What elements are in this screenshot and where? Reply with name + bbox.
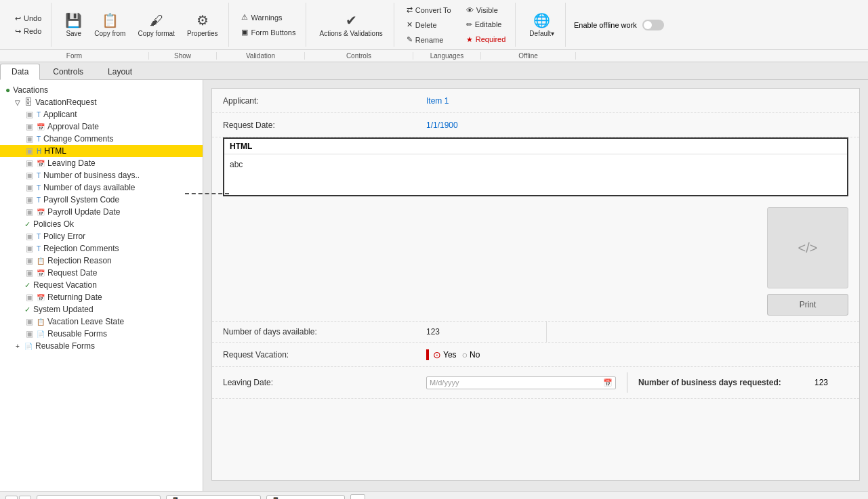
- field-icon-payroll-code: ▣: [24, 195, 34, 204]
- no-radio-dot: ○: [462, 349, 468, 360]
- business-days-label: Number of business days..: [43, 171, 140, 180]
- sidebar-item-rejection-reason[interactable]: ▣ 📋 Rejection Reason: [0, 255, 203, 267]
- field-icon2-reusable: 📄: [37, 330, 45, 338]
- content-area: Applicant: Item 1 Request Date: 1/1/1900…: [203, 80, 868, 491]
- sidebar-item-business-days[interactable]: ▣ T Number of business days..: [0, 169, 203, 181]
- field-icon2-html: H: [37, 148, 41, 155]
- save-button[interactable]: 💾 Save: [60, 9, 87, 40]
- print-button[interactable]: Print: [767, 294, 848, 316]
- sidebar-item-rejection-comments[interactable]: ▣ T Rejection Comments: [0, 242, 203, 255]
- applicant-row: Applicant: Item 1: [212, 89, 859, 113]
- html-preview-area: </> Print: [212, 202, 859, 322]
- business-days-value: 123: [814, 378, 828, 387]
- sidebar-item-applicant[interactable]: ▣ T Applicant: [0, 108, 203, 121]
- field-icon-policy-error: ▣: [24, 232, 34, 241]
- sidebar-item-returning-date[interactable]: ▣ 📅 Returning Date: [0, 291, 203, 303]
- redo-button[interactable]: ↪ Redo: [11, 26, 45, 37]
- offline-toggle[interactable]: [642, 20, 664, 30]
- validation-group-label: Validation: [217, 52, 305, 60]
- no-radio[interactable]: ○ No: [462, 349, 480, 360]
- sidebar-item-leaving-date[interactable]: ▣ 📅 Leaving Date: [0, 157, 203, 169]
- field-icon2-rej-reason: 📋: [37, 257, 45, 265]
- iphone-device-dropdown[interactable]: 📱 iPhone X (Default) * ▾: [166, 495, 260, 499]
- applicant-field-label: Applicant:: [223, 96, 426, 106]
- expand-icon-reusable[interactable]: +: [14, 343, 22, 350]
- sidebar-item-payroll-code[interactable]: ▣ T Payroll System Code: [0, 194, 203, 206]
- editable-button[interactable]: ✏ Editable: [462, 18, 510, 31]
- change-comments-label: Change Comments: [43, 134, 113, 144]
- connector-line: [185, 193, 229, 194]
- field-icon2-req-date: 📅: [37, 269, 45, 277]
- actions-validations-button[interactable]: ✔ Actions & Validations: [314, 9, 388, 40]
- html-section: HTML abc: [223, 137, 848, 196]
- expand-icon[interactable]: ▽: [14, 99, 22, 106]
- tab-layout[interactable]: Layout: [96, 64, 144, 79]
- sidebar-item-html[interactable]: ▣ H HTML: [0, 145, 203, 157]
- sidebar-item-vacation-leave-state[interactable]: ▣ 📋 Vacation Leave State: [0, 316, 203, 328]
- payroll-date-label: Payroll Update Date: [47, 207, 120, 217]
- sidebar-vacation-request[interactable]: ▽ 🗄 VacationRequest: [0, 96, 203, 108]
- nav-next-button[interactable]: ▶: [19, 496, 31, 500]
- warnings-button[interactable]: ⚠ Warnings: [237, 11, 299, 24]
- sidebar-item-request-date[interactable]: ▣ 📅 Request Date: [0, 267, 203, 279]
- copy-format-icon: 🖌: [150, 13, 163, 28]
- sidebar-item-request-vacation[interactable]: ✓ Request Vacation: [0, 279, 203, 291]
- leaving-date-cell: Leaving Date: M/d/yyyy 📅: [212, 376, 627, 389]
- delete-label: Delete: [415, 21, 437, 29]
- html-right-col: </> Print: [767, 207, 848, 316]
- sidebar-item-change-comments[interactable]: ▣ T Change Comments: [0, 133, 203, 145]
- copy-from-icon: 📋: [102, 12, 119, 28]
- default-button[interactable]: 🌐 Default▾: [524, 9, 560, 40]
- sidebar-item-system-updated[interactable]: ✓ System Updated: [0, 303, 203, 316]
- form-buttons-button[interactable]: ▣ Form Buttons: [237, 26, 299, 39]
- add-device-button[interactable]: +: [350, 494, 365, 500]
- desktop-device-dropdown[interactable]: 🖥 Desktop 1280x800 (Default) * ▾: [37, 495, 161, 499]
- applicant-label: Applicant: [43, 110, 77, 119]
- field-icon2-leaving: 📅: [37, 160, 45, 167]
- rejection-comments-label: Rejection Comments: [43, 244, 119, 253]
- request-date-row: Request Date: 1/1/1900: [212, 113, 859, 137]
- properties-button[interactable]: ⚙ Properties: [182, 9, 224, 40]
- yes-radio[interactable]: ⊙ Yes: [433, 349, 457, 360]
- delete-button[interactable]: ✕ Delete: [402, 18, 455, 31]
- tab-controls[interactable]: Controls: [41, 64, 95, 79]
- convert-to-button[interactable]: ⇄ Convert To: [402, 3, 455, 16]
- sidebar-item-policies-ok[interactable]: ✓ Policies Ok: [0, 218, 203, 230]
- sidebar-item-days-available[interactable]: ▣ T Number of days available: [0, 181, 203, 194]
- sidebar-item-reusable-forms-root[interactable]: + 📄 Reusable Forms: [0, 340, 203, 352]
- field-icon2-rej-comments: T: [37, 245, 41, 253]
- no-label: No: [470, 350, 480, 360]
- save-icon: 💾: [65, 12, 82, 28]
- system-updated-label: System Updated: [33, 305, 94, 314]
- required-button[interactable]: ★ Required: [462, 33, 510, 46]
- sidebar-root[interactable]: ● Vacations: [0, 84, 203, 96]
- nav-prev-button[interactable]: ◀: [5, 496, 18, 500]
- copy-from-button[interactable]: 📋 Copy from: [89, 9, 131, 40]
- sidebar-item-policy-error[interactable]: ▣ T Policy Error: [0, 230, 203, 242]
- field-icon-business: ▣: [24, 171, 34, 180]
- copy-format-button[interactable]: 🖌 Copy format: [132, 10, 180, 40]
- policies-ok-label: Policies Ok: [33, 219, 74, 229]
- toolbar: ↩ Undo ↪ Redo 💾 Save 📋 Copy from 🖌 Copy …: [0, 0, 868, 50]
- sidebar-item-payroll-date[interactable]: ▣ 📅 Payroll Update Date: [0, 206, 203, 218]
- undo-button[interactable]: ↩ Undo: [11, 13, 45, 24]
- days-available-label: Number of days available: [43, 183, 135, 192]
- field-icon-payroll-date: ▣: [24, 207, 34, 217]
- request-vacation-field-label: Request Vacation:: [223, 350, 426, 360]
- radio-group: ⊙ Yes ○ No: [426, 349, 480, 360]
- delete-icon: ✕: [407, 20, 413, 29]
- ipad-device-dropdown[interactable]: 📱 iPad (Default) * ▾: [266, 495, 346, 499]
- leaving-date-field-label: Leaving Date:: [223, 378, 426, 387]
- tab-data[interactable]: Data: [0, 64, 40, 80]
- db-icon: 🗄: [24, 97, 33, 107]
- field-icon-approval: ▣: [24, 122, 34, 131]
- spacer-right: [547, 322, 859, 342]
- sidebar-item-reusable-forms-child[interactable]: ▣ 📄 Reusable Forms: [0, 328, 203, 340]
- days-vacation-row: Number of days available: 123: [212, 322, 859, 343]
- rename-button[interactable]: ✎ Rename: [402, 33, 455, 46]
- sidebar-item-approval-date[interactable]: ▣ 📅 Approval Date: [0, 121, 203, 133]
- visible-button[interactable]: 👁 Visible: [462, 4, 510, 16]
- leaving-date-input[interactable]: M/d/yyyy 📅: [426, 376, 616, 389]
- validation-group: ✔ Actions & Validations: [309, 3, 394, 47]
- redo-label: Redo: [24, 27, 41, 35]
